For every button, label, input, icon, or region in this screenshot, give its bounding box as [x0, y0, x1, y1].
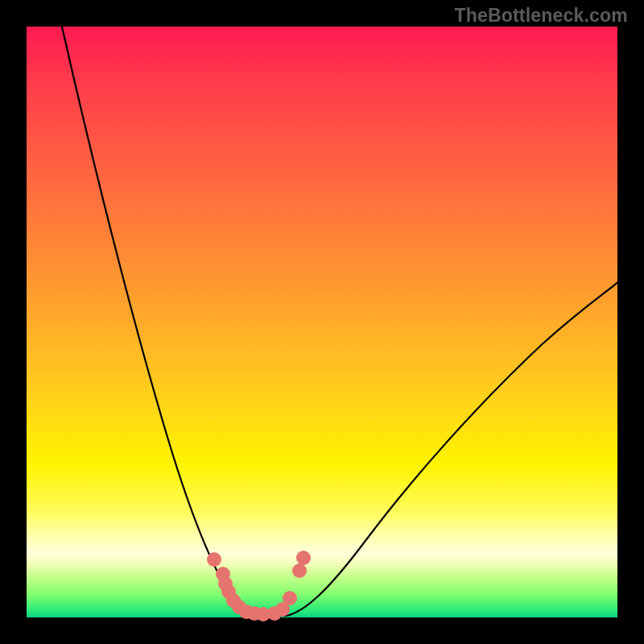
- curve-left-branch: [62, 27, 260, 616]
- marker-dot: [292, 564, 307, 578]
- watermark-text: TheBottleneck.com: [454, 5, 628, 27]
- curve-layer: [27, 27, 617, 617]
- curve-right-branch: [286, 283, 617, 616]
- marker-cluster: [207, 551, 311, 621]
- plot-area: [27, 27, 617, 617]
- marker-dot: [207, 552, 221, 567]
- chart-frame: TheBottleneck.com: [0, 0, 644, 644]
- marker-dot: [283, 591, 297, 605]
- marker-dot: [296, 551, 311, 565]
